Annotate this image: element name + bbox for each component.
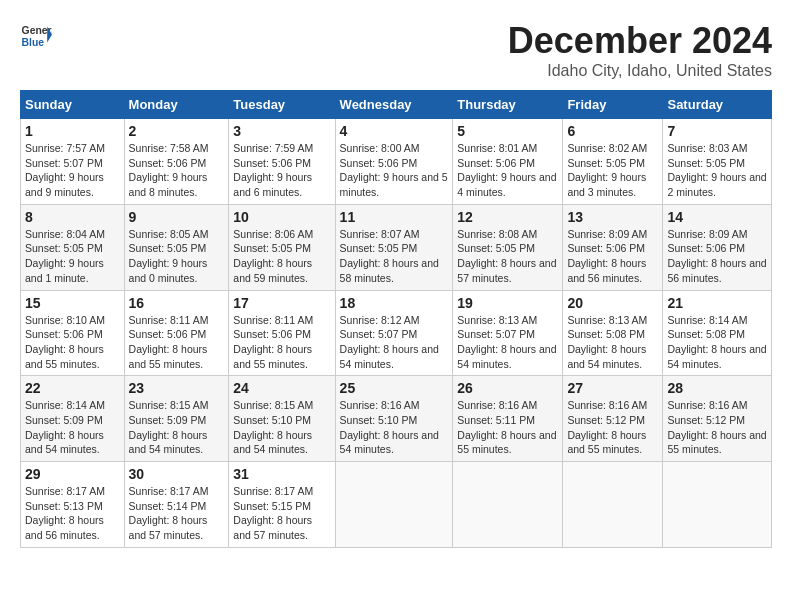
day-info: Sunrise: 8:00 AMSunset: 5:06 PMDaylight:… [340,142,448,198]
table-cell: 21Sunrise: 8:14 AMSunset: 5:08 PMDayligh… [663,290,772,376]
day-number: 11 [340,209,449,225]
day-info: Sunrise: 8:11 AMSunset: 5:06 PMDaylight:… [233,314,313,370]
day-info: Sunrise: 8:17 AMSunset: 5:15 PMDaylight:… [233,485,313,541]
day-info: Sunrise: 8:09 AMSunset: 5:06 PMDaylight:… [567,228,647,284]
table-cell: 29Sunrise: 8:17 AMSunset: 5:13 PMDayligh… [21,462,125,548]
table-cell: 19Sunrise: 8:13 AMSunset: 5:07 PMDayligh… [453,290,563,376]
table-row: 15Sunrise: 8:10 AMSunset: 5:06 PMDayligh… [21,290,772,376]
day-info: Sunrise: 8:05 AMSunset: 5:05 PMDaylight:… [129,228,209,284]
table-row: 1Sunrise: 7:57 AMSunset: 5:07 PMDaylight… [21,119,772,205]
table-cell: 25Sunrise: 8:16 AMSunset: 5:10 PMDayligh… [335,376,453,462]
day-number: 12 [457,209,558,225]
day-number: 24 [233,380,330,396]
page-title: December 2024 [508,20,772,62]
day-info: Sunrise: 7:59 AMSunset: 5:06 PMDaylight:… [233,142,313,198]
table-cell: 20Sunrise: 8:13 AMSunset: 5:08 PMDayligh… [563,290,663,376]
table-cell: 31Sunrise: 8:17 AMSunset: 5:15 PMDayligh… [229,462,335,548]
table-cell: 28Sunrise: 8:16 AMSunset: 5:12 PMDayligh… [663,376,772,462]
day-number: 16 [129,295,225,311]
table-cell: 10Sunrise: 8:06 AMSunset: 5:05 PMDayligh… [229,204,335,290]
day-info: Sunrise: 8:10 AMSunset: 5:06 PMDaylight:… [25,314,105,370]
table-cell: 30Sunrise: 8:17 AMSunset: 5:14 PMDayligh… [124,462,229,548]
table-cell: 2Sunrise: 7:58 AMSunset: 5:06 PMDaylight… [124,119,229,205]
day-number: 10 [233,209,330,225]
table-cell: 24Sunrise: 8:15 AMSunset: 5:10 PMDayligh… [229,376,335,462]
table-cell: 1Sunrise: 7:57 AMSunset: 5:07 PMDaylight… [21,119,125,205]
day-number: 2 [129,123,225,139]
table-cell: 22Sunrise: 8:14 AMSunset: 5:09 PMDayligh… [21,376,125,462]
day-number: 25 [340,380,449,396]
day-number: 5 [457,123,558,139]
day-number: 8 [25,209,120,225]
day-info: Sunrise: 8:16 AMSunset: 5:12 PMDaylight:… [567,399,647,455]
day-info: Sunrise: 8:01 AMSunset: 5:06 PMDaylight:… [457,142,556,198]
day-info: Sunrise: 8:13 AMSunset: 5:07 PMDaylight:… [457,314,556,370]
table-cell [663,462,772,548]
day-number: 3 [233,123,330,139]
day-info: Sunrise: 8:07 AMSunset: 5:05 PMDaylight:… [340,228,439,284]
day-number: 14 [667,209,767,225]
table-row: 8Sunrise: 8:04 AMSunset: 5:05 PMDaylight… [21,204,772,290]
col-saturday: Saturday [663,91,772,119]
table-cell [453,462,563,548]
day-info: Sunrise: 8:16 AMSunset: 5:10 PMDaylight:… [340,399,439,455]
page-subtitle: Idaho City, Idaho, United States [508,62,772,80]
day-number: 28 [667,380,767,396]
table-cell: 4Sunrise: 8:00 AMSunset: 5:06 PMDaylight… [335,119,453,205]
day-number: 23 [129,380,225,396]
day-number: 13 [567,209,658,225]
table-cell: 12Sunrise: 8:08 AMSunset: 5:05 PMDayligh… [453,204,563,290]
day-number: 19 [457,295,558,311]
day-info: Sunrise: 8:13 AMSunset: 5:08 PMDaylight:… [567,314,647,370]
table-cell: 26Sunrise: 8:16 AMSunset: 5:11 PMDayligh… [453,376,563,462]
day-number: 20 [567,295,658,311]
day-info: Sunrise: 8:02 AMSunset: 5:05 PMDaylight:… [567,142,647,198]
day-number: 22 [25,380,120,396]
day-number: 7 [667,123,767,139]
table-cell: 13Sunrise: 8:09 AMSunset: 5:06 PMDayligh… [563,204,663,290]
col-monday: Monday [124,91,229,119]
table-cell: 5Sunrise: 8:01 AMSunset: 5:06 PMDaylight… [453,119,563,205]
day-info: Sunrise: 8:14 AMSunset: 5:08 PMDaylight:… [667,314,766,370]
day-info: Sunrise: 8:17 AMSunset: 5:14 PMDaylight:… [129,485,209,541]
col-friday: Friday [563,91,663,119]
day-number: 17 [233,295,330,311]
day-info: Sunrise: 8:03 AMSunset: 5:05 PMDaylight:… [667,142,766,198]
day-number: 1 [25,123,120,139]
day-info: Sunrise: 8:04 AMSunset: 5:05 PMDaylight:… [25,228,105,284]
table-cell: 8Sunrise: 8:04 AMSunset: 5:05 PMDaylight… [21,204,125,290]
table-cell: 17Sunrise: 8:11 AMSunset: 5:06 PMDayligh… [229,290,335,376]
calendar-body: 1Sunrise: 7:57 AMSunset: 5:07 PMDaylight… [21,119,772,548]
day-number: 31 [233,466,330,482]
day-number: 27 [567,380,658,396]
day-info: Sunrise: 8:16 AMSunset: 5:12 PMDaylight:… [667,399,766,455]
day-number: 21 [667,295,767,311]
day-info: Sunrise: 8:08 AMSunset: 5:05 PMDaylight:… [457,228,556,284]
col-tuesday: Tuesday [229,91,335,119]
table-cell [563,462,663,548]
table-cell: 11Sunrise: 8:07 AMSunset: 5:05 PMDayligh… [335,204,453,290]
col-sunday: Sunday [21,91,125,119]
table-cell: 7Sunrise: 8:03 AMSunset: 5:05 PMDaylight… [663,119,772,205]
day-info: Sunrise: 8:17 AMSunset: 5:13 PMDaylight:… [25,485,105,541]
table-cell: 16Sunrise: 8:11 AMSunset: 5:06 PMDayligh… [124,290,229,376]
day-number: 9 [129,209,225,225]
logo: General Blue [20,20,52,52]
calendar-table: Sunday Monday Tuesday Wednesday Thursday… [20,90,772,548]
table-cell: 23Sunrise: 8:15 AMSunset: 5:09 PMDayligh… [124,376,229,462]
table-cell: 3Sunrise: 7:59 AMSunset: 5:06 PMDaylight… [229,119,335,205]
day-number: 26 [457,380,558,396]
day-info: Sunrise: 7:57 AMSunset: 5:07 PMDaylight:… [25,142,105,198]
table-cell [335,462,453,548]
table-cell: 9Sunrise: 8:05 AMSunset: 5:05 PMDaylight… [124,204,229,290]
day-number: 30 [129,466,225,482]
day-info: Sunrise: 8:09 AMSunset: 5:06 PMDaylight:… [667,228,766,284]
day-number: 18 [340,295,449,311]
day-info: Sunrise: 8:16 AMSunset: 5:11 PMDaylight:… [457,399,556,455]
table-row: 29Sunrise: 8:17 AMSunset: 5:13 PMDayligh… [21,462,772,548]
day-number: 6 [567,123,658,139]
logo-icon: General Blue [20,20,52,52]
title-area: December 2024 Idaho City, Idaho, United … [508,20,772,80]
day-info: Sunrise: 7:58 AMSunset: 5:06 PMDaylight:… [129,142,209,198]
table-cell: 18Sunrise: 8:12 AMSunset: 5:07 PMDayligh… [335,290,453,376]
